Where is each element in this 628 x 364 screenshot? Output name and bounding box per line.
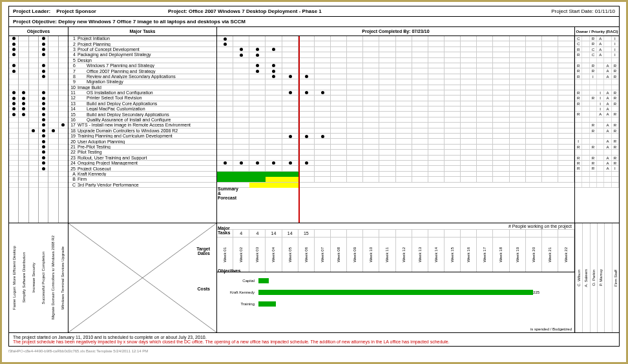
project-title-block: Project: Office 2007 Windows 7 Desktop D…	[142, 8, 512, 14]
gantt-section: Project Completed By: 07/23/10	[217, 27, 575, 223]
owner-names: C. WilsonA. SaleemO. ParkinP. MamuyFirm …	[575, 223, 619, 332]
task-row: 2Project Planning	[68, 41, 216, 46]
lower-gantt: # People working on the project 44141415…	[217, 223, 575, 332]
completed-date: 07/23/10	[412, 29, 429, 34]
start-date: 01/11/10	[595, 8, 615, 14]
gantt-rows	[217, 36, 574, 188]
task-row: 22Pilot Testing	[68, 150, 216, 155]
main-grid: Objectives Major Tasks 1Project Initiati…	[9, 27, 619, 223]
week-row: Week 01Week 02Week 03Week 04Week 05Week …	[217, 238, 574, 272]
task-row: 13Build and Deploy Core Applications	[68, 101, 216, 106]
page-frame: Project Leader: Project Sponsor Project:…	[0, 0, 628, 364]
leader-label: Project Leader:	[13, 8, 50, 14]
start-date-block: Project Start Date: 01/11/10	[512, 8, 615, 14]
note-line-2: The project schedule has been negatively…	[13, 339, 615, 344]
task-row: 18Upgrade Domain Controllers to Windows …	[68, 128, 216, 134]
objective-names: Faster Logon: More Efficient DesktopSimp…	[9, 223, 68, 332]
task-row: 12Printer Select Tool Revision	[68, 96, 216, 101]
task-row: 17WTS - Install new image in Remote Acce…	[68, 123, 216, 128]
vendor-row: C3rd Party Vendor Performance	[68, 183, 216, 188]
task-row: 23Rollout, User Training and Support	[68, 156, 216, 161]
task-row: 9Migration Strategy	[68, 79, 216, 85]
objectives-header: Objectives	[9, 27, 68, 36]
note-line-1: The project started on January 11, 2010 …	[13, 335, 615, 339]
objective-label: Project Objective:	[13, 19, 57, 25]
footer-filename: f3faHPO-c8e4-4490-b9f8-caRbb0d3c765.xls …	[8, 347, 620, 353]
header-row-1: Project Leader: Project Sponsor Project:…	[9, 6, 619, 17]
task-row: 11OS Installation and Configuration	[68, 90, 216, 96]
task-row: 15Build and Deploy Secondary Application…	[68, 112, 216, 117]
notes-section: The project started on January 11, 2010 …	[9, 332, 619, 346]
task-row: 8Review and Analyze Secondary Applicatio…	[68, 74, 216, 79]
gantt-body	[217, 36, 574, 223]
people-row: 44141415	[217, 230, 574, 238]
task-row: 1Project Initiation	[68, 36, 216, 41]
diagonal-lines	[68, 223, 216, 332]
leader-block: Project Leader: Project Sponsor	[13, 8, 142, 14]
task-row: 4Packaging and Deployment Strategy	[68, 52, 216, 57]
raci-header: Owner / Priority (RACI)	[575, 27, 619, 36]
task-row: 16Quality Assurance of Install and Confi…	[68, 117, 216, 123]
objective-text: Deploy new Windows 7 Office 7 image to a…	[58, 19, 246, 25]
task-row: 21Pre-Pilot Testing	[68, 145, 216, 150]
costs-chart: CapitalKraft Kennedy 225Trainingis spend…	[217, 272, 574, 332]
vendor-row: AKraft Kennedy	[68, 172, 216, 177]
raci-list: CRAICRAIRCAIRCAIRRARRRARRIARRIARRRIARRIA…	[575, 36, 619, 188]
task-row: 14Legal MacPac Customization	[68, 106, 216, 112]
people-label: # People working on the project	[217, 223, 574, 230]
objectives-section: Objectives	[9, 27, 68, 223]
header-row-2: Project Objective: Deploy new Windows 7 …	[9, 17, 619, 27]
gantt-header: Project Completed By: 07/23/10	[217, 27, 574, 36]
project-label: Project:	[168, 8, 187, 14]
task-row: 25Project Closeout	[68, 166, 216, 171]
task-row: 6Windows 7 Planning and Strategy	[68, 63, 216, 68]
lbl-target-dates: Target Dates	[196, 247, 210, 256]
objectives-grid	[9, 36, 68, 223]
lower-section: Faster Logon: More Efficient DesktopSimp…	[9, 223, 619, 332]
start-label: Project Start Date:	[551, 8, 593, 14]
task-row: 10Image Build	[68, 85, 216, 90]
project-name: Office 2007 Windows 7 Desktop Deployment…	[189, 8, 322, 14]
project-sheet: Project Leader: Project Sponsor Project:…	[8, 6, 620, 347]
lbl-costs: Costs	[198, 287, 210, 291]
tasks-section: Major Tasks 1Project Initiation2Project …	[68, 27, 217, 223]
task-row: 3Proof of Concept Development	[68, 47, 216, 52]
completed-label: Project Completed By:	[362, 29, 410, 34]
task-row: 24Ongoing Project Management	[68, 161, 216, 166]
task-row: 5Design	[68, 58, 216, 63]
task-row: 20User Adoption Planning	[68, 139, 216, 144]
raci-section: Owner / Priority (RACI) CRAICRAIRCAIRCAI…	[575, 27, 619, 223]
task-row: 19Training Planning and Curriculum Devel…	[68, 134, 216, 139]
vendor-row: BFirm	[68, 177, 216, 182]
sponsor-label: Project Sponsor	[56, 8, 96, 14]
task-list: 1Project Initiation2Project Planning3Pro…	[68, 36, 216, 188]
today-line	[298, 36, 300, 223]
lower-mid: Major Tasks Target Dates Objectives Cost…	[68, 223, 217, 332]
task-row: 7Office 2007 Planning and Strategy	[68, 68, 216, 74]
tasks-header: Major Tasks	[68, 27, 216, 36]
